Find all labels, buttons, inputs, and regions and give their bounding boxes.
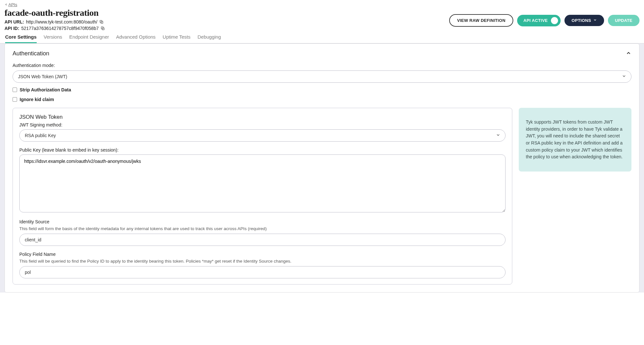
page-title: facade-oauth-registration (5, 8, 105, 18)
identity-source-input[interactable] (19, 234, 506, 246)
toggle-knob (551, 17, 558, 24)
chevron-down-icon (593, 18, 597, 23)
jwt-panel: JSON Web Token JWT Signing method: RSA p… (13, 108, 512, 284)
jwt-signing-label: JWT Signing method: (19, 122, 506, 127)
identity-source-label: Identity Source (19, 219, 506, 224)
copy-icon[interactable] (100, 26, 105, 31)
jwt-signing-select[interactable]: RSA public Key (19, 129, 506, 142)
chevron-left-icon (5, 2, 8, 7)
tab-debugging[interactable]: Debugging (197, 34, 221, 43)
policy-field-input[interactable] (19, 266, 506, 278)
api-id-value: 52177a3763614278757c8f9470f058b7 (21, 26, 99, 31)
api-url-row: API URL: http://www.tyk-test.com:8080/oa… (5, 19, 105, 24)
api-active-toggle[interactable]: API ACTIVE (517, 15, 561, 26)
options-label: OPTIONS (572, 18, 591, 23)
section-title-authentication: Authentication (13, 50, 49, 57)
tab-core-settings[interactable]: Core Settings (5, 34, 37, 43)
strip-auth-label: Strip Authorization Data (20, 87, 71, 92)
collapse-icon[interactable] (626, 50, 631, 57)
public-key-label: Public Key (leave blank to embed in key … (19, 147, 506, 153)
identity-source-hint: This field will form the basis of the id… (19, 226, 506, 231)
tab-advanced-options[interactable]: Advanced Options (116, 34, 156, 43)
options-button[interactable]: OPTIONS (564, 15, 604, 26)
auth-mode-label: Authentication mode: (13, 63, 631, 68)
view-raw-button[interactable]: VIEW RAW DEFINITION (449, 14, 513, 27)
breadcrumb-apis[interactable]: APIs (5, 2, 17, 7)
policy-field-hint: This field will be queried to find the P… (19, 259, 506, 264)
auth-mode-select[interactable]: JSON Web Token (JWT) (13, 70, 631, 83)
ignore-kid-label: Ignore kid claim (20, 97, 54, 102)
api-url-label: API URL: (5, 19, 24, 24)
api-id-row: API ID: 52177a3763614278757c8f9470f058b7 (5, 26, 105, 31)
api-active-label: API ACTIVE (524, 18, 548, 23)
tab-versions[interactable]: Versions (44, 34, 62, 43)
tab-endpoint-designer[interactable]: Endpoint Designer (69, 34, 109, 43)
jwt-info-box: Tyk supports JWT tokens from custom JWT … (519, 108, 631, 172)
api-id-label: API ID: (5, 26, 19, 31)
tabs: Core Settings Versions Endpoint Designer… (0, 31, 644, 43)
api-url-value: http://www.tyk-test.com:8080/oauth/ (26, 19, 98, 24)
jwt-title: JSON Web Token (19, 114, 506, 120)
strip-auth-checkbox[interactable] (13, 88, 17, 92)
ignore-kid-checkbox[interactable] (13, 97, 17, 102)
breadcrumb-label: APIs (8, 2, 17, 7)
public-key-textarea[interactable] (19, 154, 506, 212)
update-button[interactable]: UPDATE (608, 15, 639, 26)
policy-field-label: Policy Field Name (19, 252, 506, 257)
tab-uptime-tests[interactable]: Uptime Tests (163, 34, 190, 43)
copy-icon[interactable] (99, 20, 104, 24)
